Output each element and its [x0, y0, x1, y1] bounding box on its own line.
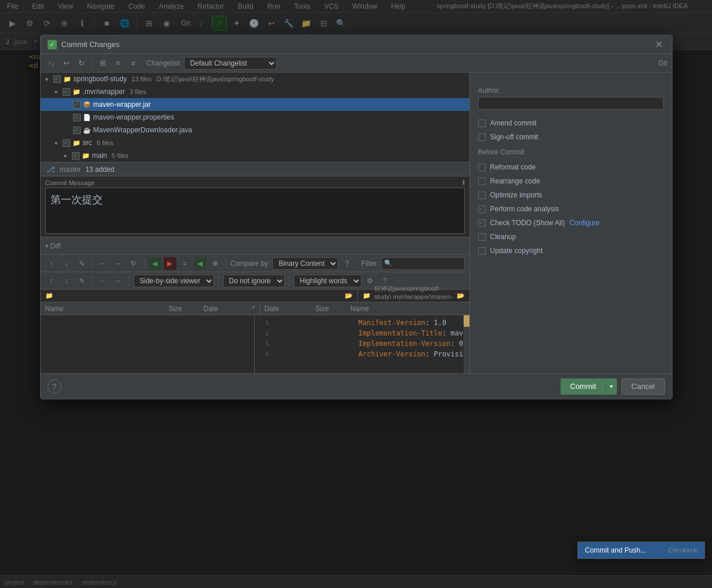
tree-jar-file[interactable]: ✓ 📦 maven-wrapper.jar	[41, 98, 469, 111]
diff-title[interactable]: ▾ Diff	[45, 242, 61, 250]
tree-checkbox-props[interactable]: ✓	[73, 114, 81, 121]
reformat-code-checkbox[interactable]	[478, 164, 486, 171]
tree-main-folder[interactable]: ▾ ✓ 📁 main 5 files	[41, 149, 469, 162]
check-todo-label: Check TODO (Show All)	[490, 219, 565, 227]
tree-checkbox-mvn[interactable]: ✓	[63, 88, 70, 96]
tree-checkbox-jar[interactable]: ✓	[73, 101, 81, 109]
perform-analysis-label: Perform code analysis	[490, 205, 559, 213]
diff-compare-label: Compare by:	[230, 259, 270, 268]
tree-checkbox-root[interactable]: ✓	[53, 75, 61, 83]
author-label: Author:	[478, 86, 664, 95]
git-added-label: 13 added	[85, 165, 114, 174]
diff-scrollbar-thumb[interactable]	[464, 315, 469, 327]
line-num-3: 3	[255, 340, 272, 348]
tree-src-folder[interactable]: ▾ ✓ 📁 src 6 files	[41, 136, 469, 149]
col-header-size-left[interactable]: Size	[164, 302, 198, 315]
amend-commit-checkbox[interactable]	[478, 120, 486, 127]
diff-left-btn[interactable]: ←	[97, 257, 110, 270]
diff2-left-btn[interactable]: ←	[97, 275, 110, 287]
tree-mvn-count: 3 files	[129, 88, 146, 95]
col-header-star: *	[250, 302, 259, 315]
cleanup-label: Cleanup	[490, 233, 516, 241]
dtb-sort-btn[interactable]: ≡	[112, 57, 125, 70]
diff-viewer-select[interactable]: Side-by-side viewer	[133, 275, 214, 287]
diff-scrollbar[interactable]	[464, 315, 469, 373]
update-copyright-checkbox[interactable]	[478, 247, 486, 255]
dialog-close-button[interactable]: ✕	[653, 39, 665, 50]
col-header-size-right[interactable]: Size	[311, 302, 346, 315]
cleanup-checkbox[interactable]	[478, 233, 486, 241]
file-tree-scroll: ▾ ✓ 📁 springbootf-study 13 files D:\笔记\j…	[41, 73, 469, 162]
diff-equal-btn[interactable]: =	[179, 257, 191, 270]
tree-java-file[interactable]: ✓ ☕ MavenWrapperDownloader.java	[41, 124, 469, 136]
dtb-undo-btn[interactable]: ↩	[60, 57, 73, 70]
diff2-right-btn[interactable]: →	[112, 275, 125, 287]
diff-down-btn[interactable]: ↓	[60, 257, 73, 270]
diff-merge-btn[interactable]: ◀	[194, 257, 207, 270]
diff-mark-btn[interactable]: ⊕	[209, 257, 222, 270]
rearrange-code-checkbox[interactable]	[478, 178, 486, 185]
diff-tb-sep-2	[144, 258, 144, 269]
line-num-2: 2	[255, 330, 272, 337]
changelist-select[interactable]: Default Changelist	[184, 57, 277, 70]
commit-msg-info-icon[interactable]: ℹ	[462, 179, 465, 186]
tree-checkbox-src[interactable]: ✓	[63, 139, 70, 147]
dtb-expand-btn[interactable]: ↑↓	[45, 57, 58, 70]
dialog-title-icon: ✓	[48, 40, 57, 49]
tree-root[interactable]: ▾ ✓ 📁 springbootf-study 13 files D:\笔记\j…	[41, 73, 469, 85]
folder-btn-right[interactable]: 📂	[457, 292, 465, 300]
diff2-edit-btn[interactable]: ✎	[75, 275, 88, 287]
tree-props-file[interactable]: ✓ 📄 maven-wrapper.properties	[41, 111, 469, 124]
dtb-group-btn[interactable]: ⊞	[97, 57, 110, 70]
commit-dropdown-btn[interactable]: ▾	[605, 378, 617, 395]
tree-arrow-root: ▾	[45, 76, 51, 82]
tree-mvn-folder[interactable]: ▾ ✓ 📁 .mvn\wrapper 3 files	[41, 85, 469, 98]
optimize-imports-label: Optimize imports	[490, 191, 543, 199]
diff-edit-btn[interactable]: ✎	[75, 257, 88, 270]
tree-checkbox-java[interactable]: ✓	[73, 127, 81, 134]
diff-line-4: 4 Archiver-Version: Provisio Archiver	[255, 349, 464, 359]
dtb-filter-btn[interactable]: ≠	[127, 57, 140, 70]
amend-commit-label: Amend commit	[490, 119, 537, 127]
diff-nav-right-btn[interactable]: ▶	[164, 257, 176, 270]
author-input[interactable]	[478, 97, 664, 110]
col-header-name-left[interactable]: Name	[41, 302, 164, 315]
diff-ignore-select[interactable]: Do not ignore	[223, 275, 285, 287]
diff-highlight-select[interactable]: Highlight words	[294, 275, 362, 287]
tree-arrow-src: ▾	[55, 140, 60, 146]
perform-analysis-checkbox[interactable]: ✓	[478, 205, 486, 213]
commit-dialog: ✓ Commit Changes ✕ ↑↓ ↩ ↻ ⊞ ≡ ≠ Changeli…	[40, 35, 673, 399]
col-header-name-right[interactable]: Name	[346, 302, 469, 315]
diff-filter-input[interactable]	[392, 257, 462, 270]
tree-root-path: D:\笔记\java\狂神说java\springbootf-study	[156, 75, 274, 84]
diff-refresh-btn[interactable]: ↻	[127, 257, 140, 270]
diff-right-panel: 1 Manifest-Version: 1.0 2 Implementation…	[255, 315, 464, 373]
check-todo-checkbox[interactable]: ✓	[478, 219, 486, 227]
diff2-up-btn[interactable]: ↑	[45, 275, 58, 287]
diff-help-btn[interactable]: ?	[341, 257, 353, 270]
folder-btn-left[interactable]: 📂	[345, 292, 353, 300]
optimize-imports-checkbox[interactable]	[478, 192, 486, 199]
commit-button[interactable]: Commit	[561, 378, 605, 395]
git-section-label: Git	[658, 59, 667, 67]
col-header-date-left[interactable]: Date	[198, 302, 250, 315]
tree-jar-label: maven-wrapper.jar	[93, 100, 151, 109]
configure-link[interactable]: Configure	[569, 219, 599, 227]
col-header-date-right[interactable]: Date	[259, 302, 310, 315]
help-button[interactable]: ?	[48, 380, 62, 394]
commit-message-input[interactable]: 第一次提交	[45, 187, 465, 234]
cancel-button[interactable]: Cancel	[621, 378, 664, 395]
signoff-commit-checkbox[interactable]	[478, 134, 486, 141]
dtb-refresh-btn[interactable]: ↻	[75, 57, 88, 70]
diff-up-btn[interactable]: ↑	[45, 257, 58, 270]
diff-tb-sep-1	[92, 258, 93, 269]
diff-compare-select[interactable]: Binary Content	[272, 257, 338, 270]
git-status-bar: ⎇ master 13 added	[41, 162, 469, 176]
commit-and-push-item[interactable]: Commit and Push... Ctrl+Alt+K	[578, 542, 704, 558]
tree-checkbox-main[interactable]: ✓	[72, 152, 79, 160]
reformat-code-label: Reformat code	[490, 163, 536, 171]
diff-nav-left-btn[interactable]: ◀	[149, 257, 161, 270]
diff2-down-btn[interactable]: ↓	[60, 275, 73, 287]
tree-main-label: main	[92, 151, 107, 160]
diff-right-btn[interactable]: →	[112, 257, 125, 270]
